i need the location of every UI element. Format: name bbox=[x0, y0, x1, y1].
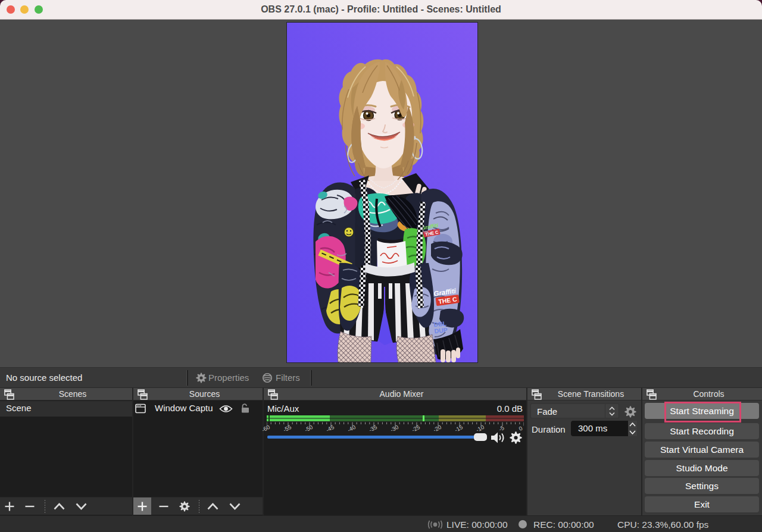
svg-text:-35: -35 bbox=[368, 424, 378, 433]
svg-text:-40: -40 bbox=[346, 424, 357, 433]
svg-text:-25: -25 bbox=[411, 424, 421, 433]
svg-text:-50: -50 bbox=[304, 424, 314, 433]
svg-text:-45: -45 bbox=[325, 424, 335, 433]
svg-text:-10: -10 bbox=[475, 424, 485, 433]
svg-text:-55: -55 bbox=[282, 424, 292, 433]
svg-text:-15: -15 bbox=[454, 424, 464, 433]
svg-text:DUP: DUP bbox=[434, 326, 448, 334]
svg-text:-20: -20 bbox=[432, 424, 442, 433]
svg-text:-60: -60 bbox=[263, 424, 271, 433]
svg-text:-30: -30 bbox=[389, 424, 399, 433]
